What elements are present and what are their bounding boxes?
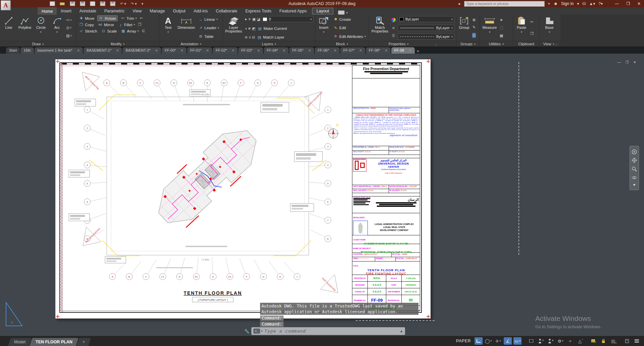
calculator-icon[interactable]: ▦ (500, 34, 503, 38)
file-tab-start[interactable]: Start (6, 47, 20, 54)
sign-in-button[interactable]: Sign In (561, 1, 574, 6)
file-tab-basement-1-[interactable]: BASEMENT-1*✕ (84, 47, 122, 54)
table-button[interactable]: ⊞Table (197, 34, 220, 39)
model-tab[interactable]: Model (8, 338, 32, 346)
leader-button[interactable]: ↗Leader▾ (197, 25, 220, 31)
arc-button[interactable]: Arc▾ (49, 15, 65, 40)
file-tab-close-icon[interactable]: ✕ (155, 47, 158, 54)
file-tab-close-icon[interactable]: ✕ (116, 47, 119, 54)
layer-thaw-icon[interactable]: ☀ (248, 17, 251, 21)
app-store-icon[interactable]: ⛁ (583, 1, 586, 6)
layer-delete-icon[interactable]: ⊟ (252, 35, 255, 40)
new-drawing-tab-button[interactable]: + (417, 49, 419, 54)
ribbon-tab-annotate[interactable]: Annotate (76, 7, 100, 15)
isolate-objects-icon[interactable]: △○ (576, 337, 584, 345)
ribbon-tab-featured-apps[interactable]: Featured Apps (276, 7, 311, 15)
snap-mode-icon[interactable]: ◯▾ (484, 337, 492, 345)
object-color-dropdown[interactable]: ByLayer ▾ (398, 16, 454, 22)
help-icon[interactable]: ?▾ (598, 1, 603, 6)
create-block-button[interactable]: ✱Create (332, 16, 367, 22)
file-tab-ff-05-[interactable]: FF-05*✕ (289, 47, 314, 54)
command-input[interactable]: >_ ▾ Type a command ▲ (251, 327, 405, 335)
command-customize-icon[interactable]: 🔧 (244, 329, 249, 334)
autoscale-icon[interactable]: * (547, 337, 555, 345)
ribbon-tab-manage[interactable]: Manage (146, 7, 169, 15)
file-tab-close-icon[interactable]: ✕ (283, 47, 285, 54)
file-tab-ff-03-[interactable]: FF-03*✕ (238, 47, 263, 54)
layer-properties-button[interactable]: Layer Properties (224, 15, 243, 40)
measure-button[interactable]: Measure▾ (481, 15, 498, 40)
lock-ui-icon[interactable] (599, 337, 607, 345)
zoom-icon[interactable] (632, 166, 637, 172)
close-button[interactable]: ✕ (637, 1, 641, 6)
ribbon-tab-output[interactable]: Output (169, 7, 190, 15)
add-layout-tab[interactable]: + (77, 338, 91, 346)
draw-panel-label[interactable]: Draw▾ (0, 41, 76, 47)
file-tab-close-icon[interactable]: ✕ (232, 47, 234, 54)
line-button[interactable]: Line (1, 15, 16, 40)
edit-block-button[interactable]: ✎Edit (332, 25, 367, 31)
offset-icon[interactable]: ∈ (142, 28, 145, 34)
ribbon-tab-collaborate[interactable]: Collaborate (212, 7, 241, 15)
osnap-icon[interactable]: ▭▾ (513, 337, 522, 345)
block-panel-label[interactable]: Block▾ (315, 41, 368, 47)
layer-merge-icon[interactable]: ≡ (249, 35, 251, 39)
edit-attributes-button[interactable]: ❖Edit Attributes▾ (332, 34, 367, 39)
steering-wheel-icon[interactable] (632, 149, 637, 155)
pan-icon[interactable] (632, 158, 637, 163)
restore-button[interactable]: ❐ (626, 1, 630, 6)
dimension-button[interactable]: Dimension (177, 15, 196, 40)
grid-icon[interactable] (475, 337, 483, 345)
selection-cycling-icon[interactable] (527, 337, 535, 345)
layer-dropdown[interactable]: 0 ▾ (261, 16, 313, 22)
cut-icon[interactable]: ✂ (530, 20, 533, 24)
command-close-icon[interactable]: ✕ (239, 329, 242, 334)
ellipse-tool-icon[interactable]: ◎ ▾ (66, 25, 71, 30)
circle-button[interactable]: Circle▾ (33, 15, 49, 40)
explode-icon[interactable]: ❒ (138, 22, 141, 27)
array-button[interactable]: ▦Array▾ (120, 28, 140, 34)
rotate-button[interactable]: ⟳Rotate (97, 15, 117, 21)
dwg-minimize-button[interactable]: — (617, 60, 621, 64)
file-tab-close-icon[interactable]: ✕ (359, 47, 362, 54)
file-tab-close-icon[interactable]: ✕ (385, 47, 387, 54)
modify-panel-label[interactable]: Modify▾ (76, 41, 159, 47)
layer-walk-icon[interactable]: ≋ (245, 35, 248, 40)
select-all-icon[interactable]: ⬚ (500, 25, 503, 30)
polyline-button[interactable]: Polyline (17, 15, 33, 40)
group-button[interactable]: ✶ Group (457, 15, 471, 40)
file-tab-close-icon[interactable]: ✕ (308, 47, 311, 54)
copy-clip-icon[interactable]: ❐ (530, 32, 534, 36)
match-layer-button[interactable]: ▤Match Layer (256, 35, 285, 40)
autocad-logo-icon[interactable]: A (1, 0, 11, 10)
floor-plan-drawing[interactable]: ABCC1DD1EE1FGHJABCC1DD1EE1FGHJ1234567812… (55, 59, 352, 319)
mirror-button[interactable]: ⋈Mirror (97, 22, 115, 27)
navbar-more-icon[interactable] (632, 183, 637, 187)
scale-button[interactable]: ⊡Scale (100, 28, 118, 34)
ribbon-display-control[interactable]: ▾ (338, 10, 348, 15)
layout-tab-ten-floor-plan[interactable]: TEN FLOOR PLAN (30, 338, 79, 346)
file-tab-ff-04-[interactable]: FF-04*✕ (264, 47, 289, 54)
file-tab-close-icon[interactable]: ✕ (257, 47, 260, 54)
file-tab-basement-1-fire-tank-[interactable]: basement 1 fire tank*✕ (35, 47, 83, 54)
file-tab-ff-09[interactable]: FF-09✕ (391, 47, 415, 54)
move-button[interactable]: ✚Move (78, 15, 95, 21)
workspace-switching-icon[interactable]: ＋ (566, 337, 574, 345)
ungroup-icon[interactable]: ⊠ (473, 18, 476, 22)
fillet-button[interactable]: ╭Fillet▾ (117, 22, 136, 27)
annotation-monitor-icon[interactable]: ▤⚠ (609, 337, 617, 345)
file-tab-ff-08-[interactable]: FF-08*✕ (366, 47, 391, 54)
file-tab-ff-06-[interactable]: FF-06*✕ (315, 47, 340, 54)
dwg-restore-button[interactable]: ❐ (626, 60, 629, 64)
match-properties-button[interactable]: Match Properties (370, 15, 390, 40)
ortho-icon[interactable]: ∠ (504, 337, 512, 345)
layer-off-icon[interactable]: ◑ (245, 26, 247, 31)
file-tab-ff-07-[interactable]: FF-07*✕ (340, 47, 365, 54)
ribbon-tab-express-tools[interactable]: Express Tools (241, 7, 276, 15)
annotation-visibility-icon[interactable]: ° (537, 337, 545, 345)
dwg-close-button[interactable]: ✕ (633, 60, 636, 64)
utilities-panel-label[interactable]: Utilities▾ (480, 41, 513, 47)
paper-space-label[interactable]: PAPER (456, 339, 471, 343)
layer-isolate-icon[interactable]: ▣ (252, 17, 256, 21)
search-icon[interactable]: ⌖ (548, 1, 550, 6)
